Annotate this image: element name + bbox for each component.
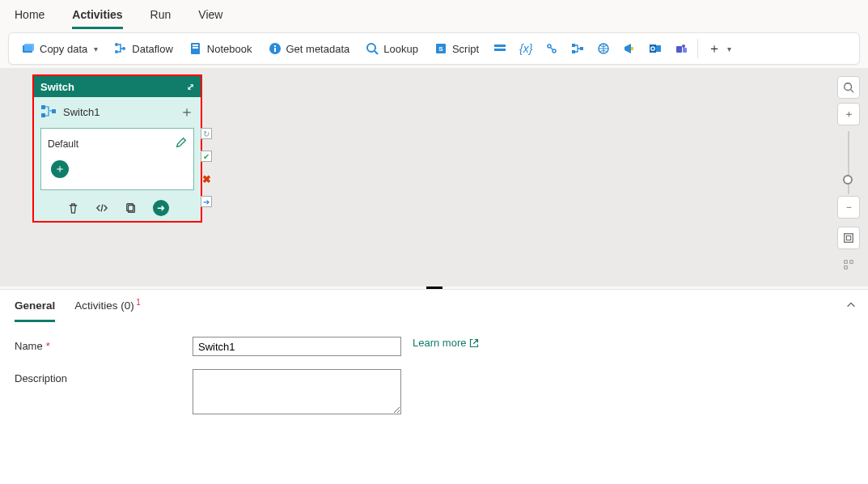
view-code-icon[interactable] xyxy=(95,201,109,215)
svg-rect-29 xyxy=(683,48,687,53)
edit-case-icon[interactable] xyxy=(176,137,187,151)
activity-footer: ➜ xyxy=(34,197,201,221)
toolbar-outlook[interactable] xyxy=(642,36,668,62)
toolbar-label: Get metadata xyxy=(286,43,350,55)
svg-rect-16 xyxy=(494,49,506,51)
zoom-in-button[interactable]: ＋ xyxy=(837,103,860,125)
activity-type-label: Switch xyxy=(40,81,74,93)
clone-activity-icon[interactable] xyxy=(124,201,138,215)
activity-body: Default ＋ xyxy=(40,128,194,190)
plus-icon: ＋ xyxy=(708,40,721,57)
web-hook-icon xyxy=(545,42,558,55)
svg-rect-7 xyxy=(193,47,198,49)
toolbar-lookup[interactable]: Lookup xyxy=(358,36,426,62)
tab-view[interactable]: View xyxy=(198,5,222,29)
tab-run[interactable]: Run xyxy=(150,5,171,29)
panel-tab-general[interactable]: General xyxy=(15,299,55,322)
external-link-icon xyxy=(469,338,479,348)
toolbar-web[interactable] xyxy=(591,36,616,62)
svg-rect-30 xyxy=(41,105,45,109)
dataflow-icon xyxy=(114,42,127,55)
search-icon xyxy=(366,42,379,55)
add-activity-in-case[interactable]: ＋ xyxy=(51,160,69,178)
canvas-search-icon[interactable] xyxy=(837,76,860,99)
toolbar-teams[interactable] xyxy=(668,36,694,62)
learn-more-link[interactable]: Learn more xyxy=(413,337,479,349)
svg-rect-37 xyxy=(845,234,853,243)
toolbar-expression[interactable]: {x} xyxy=(513,36,539,62)
svg-rect-31 xyxy=(41,113,45,117)
run-activity-icon[interactable]: ➜ xyxy=(153,200,169,216)
svg-rect-39 xyxy=(845,261,848,264)
svg-line-12 xyxy=(375,51,378,54)
switch-activity-icon xyxy=(40,104,57,120)
port-on-skip[interactable]: ↻ xyxy=(201,128,212,139)
variable-icon: {x} xyxy=(519,42,532,55)
svg-rect-6 xyxy=(193,45,198,46)
panel-tab-activities[interactable]: Activities (0) 1 xyxy=(74,299,134,322)
svg-rect-32 xyxy=(52,109,56,113)
svg-point-18 xyxy=(553,49,556,53)
toolbar-script[interactable]: S Script xyxy=(426,36,487,62)
svg-point-28 xyxy=(682,45,685,48)
zoom-out-button[interactable]: － xyxy=(837,196,860,219)
toolbar-dataflow[interactable]: Dataflow xyxy=(106,36,181,62)
port-on-completion[interactable]: ➔ xyxy=(201,196,212,207)
switch-case-label: Default xyxy=(48,138,78,150)
svg-rect-25 xyxy=(656,45,661,52)
teams-icon xyxy=(675,42,688,55)
activity-header[interactable]: Switch ⤢ xyxy=(34,76,201,97)
panel-collapse-icon[interactable] xyxy=(845,299,857,313)
properties-panel: General Activities (0) 1 Name* Learn mor… xyxy=(0,289,868,484)
zoom-slider-knob[interactable] xyxy=(843,175,853,185)
expand-icon[interactable]: ⤢ xyxy=(187,82,194,92)
activity-switch-selected[interactable]: Switch ⤢ Switch1 ＋ Default ＋ xyxy=(32,74,202,223)
svg-rect-20 xyxy=(572,50,575,53)
activity-name: Switch1 xyxy=(63,106,100,118)
activity-ports: ↻ ✔ ✖ ➔ xyxy=(201,128,212,207)
zoom-autolayout-button[interactable] xyxy=(837,253,860,276)
port-on-fail[interactable]: ✖ xyxy=(201,173,212,185)
tab-home[interactable]: Home xyxy=(15,5,44,29)
toolbar-separator xyxy=(697,39,698,58)
toolbar-label: Copy data xyxy=(40,43,87,55)
svg-text:S: S xyxy=(438,45,443,53)
info-icon xyxy=(269,42,282,55)
toolbar-announcement[interactable] xyxy=(616,36,642,62)
chevron-down-icon: ▾ xyxy=(727,45,731,53)
delete-activity-icon[interactable] xyxy=(66,201,80,215)
copy-data-icon xyxy=(22,42,35,55)
svg-rect-10 xyxy=(274,45,276,47)
svg-line-36 xyxy=(851,90,854,93)
toolbar-add-activity[interactable]: ＋ ▾ xyxy=(701,36,738,62)
toolbar-set-variable[interactable] xyxy=(487,36,513,62)
svg-rect-40 xyxy=(850,261,853,264)
toolbar-label: Script xyxy=(452,43,479,55)
toolbar-switch[interactable] xyxy=(565,36,591,62)
zoom-fit-button[interactable] xyxy=(837,227,860,249)
svg-rect-21 xyxy=(580,47,583,50)
canvas-zoom-controls: ＋ － xyxy=(837,76,860,276)
toolbar-web-activity[interactable] xyxy=(539,36,565,62)
svg-rect-23 xyxy=(631,47,633,50)
learn-more-label: Learn more xyxy=(413,337,466,349)
port-on-success[interactable]: ✔ xyxy=(201,151,212,162)
svg-rect-27 xyxy=(676,46,682,53)
pipeline-canvas[interactable]: Switch ⤢ Switch1 ＋ Default ＋ xyxy=(0,68,868,287)
zoom-slider[interactable] xyxy=(848,131,849,194)
name-input[interactable] xyxy=(193,337,401,356)
svg-point-17 xyxy=(548,45,551,48)
description-input[interactable] xyxy=(193,369,401,414)
toolbar-label: Dataflow xyxy=(132,43,173,55)
tab-activities[interactable]: Activities xyxy=(72,5,122,29)
toolbar-label: Lookup xyxy=(383,43,418,55)
toolbar-notebook[interactable]: Notebook xyxy=(181,36,260,62)
svg-rect-19 xyxy=(572,44,575,47)
svg-point-11 xyxy=(367,44,375,52)
notebook-icon xyxy=(189,42,202,55)
outlook-icon xyxy=(649,42,662,55)
toolbar-copy-data[interactable]: Copy data ▾ xyxy=(14,36,106,62)
toolbar-get-metadata[interactable]: Get metadata xyxy=(260,36,358,62)
add-case-icon[interactable]: ＋ xyxy=(180,102,194,121)
form-icon xyxy=(493,42,506,55)
